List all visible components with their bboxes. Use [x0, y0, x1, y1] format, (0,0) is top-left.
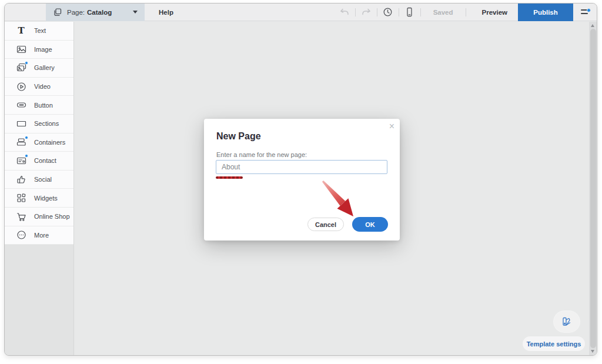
page-selector-value: Catalog: [87, 9, 112, 16]
image-icon: [16, 44, 26, 55]
pages-icon: [53, 8, 62, 17]
toolbar-divider: [420, 8, 421, 16]
cancel-button[interactable]: Cancel: [307, 218, 344, 231]
app-window: Page: Catalog Help: [4, 3, 597, 356]
publish-button[interactable]: Publish: [518, 4, 573, 21]
sidebar-item-online-shop[interactable]: Online Shop: [5, 208, 73, 226]
video-icon: [16, 81, 26, 92]
sidebar-item-gallery[interactable]: Gallery: [5, 59, 73, 78]
notification-dot: [587, 8, 591, 12]
element-sidebar: T Text Image: [5, 22, 74, 355]
undo-icon[interactable]: [339, 7, 350, 18]
sidebar-item-contact[interactable]: Contact: [5, 152, 73, 171]
button-icon: [16, 100, 26, 111]
page-selector-prefix: Page:: [67, 9, 85, 16]
sidebar-item-more[interactable]: More: [5, 226, 73, 245]
sidebar-item-social[interactable]: Social: [5, 171, 73, 189]
page-selector-dropdown[interactable]: Page: Catalog: [46, 4, 145, 21]
containers-icon: [16, 137, 26, 148]
mobile-preview-icon[interactable]: [404, 7, 415, 18]
preview-button[interactable]: Preview: [482, 9, 507, 16]
contact-icon: [16, 155, 26, 166]
vertical-scrollbar[interactable]: [589, 22, 597, 355]
palette-icon: [561, 316, 572, 327]
template-settings-button[interactable]: Template settings: [523, 336, 585, 351]
gallery-icon: [16, 62, 26, 73]
chevron-down-icon: [133, 11, 138, 14]
sections-icon: [16, 118, 26, 129]
dialog-title: New Page: [216, 131, 261, 142]
toolbar-divider: [399, 8, 399, 16]
dialog-button-row: Cancel OK: [307, 217, 388, 232]
scrollbar-thumb[interactable]: [590, 29, 596, 348]
sidebar-item-text[interactable]: T Text: [5, 22, 73, 41]
menu-settings-icon[interactable]: [580, 8, 591, 17]
new-badge: [25, 154, 28, 158]
red-underline-annotation: [216, 176, 243, 179]
toolbar-right-group: Saved Preview Publish: [339, 4, 597, 21]
ok-button[interactable]: OK: [352, 217, 388, 232]
new-page-name-input[interactable]: [216, 160, 387, 174]
text-icon: T: [16, 25, 26, 36]
page-name-label: Enter a name for the new page:: [216, 151, 307, 158]
toolbar-divider: [466, 8, 466, 16]
toolbar: Page: Catalog Help: [5, 4, 597, 21]
history-icon[interactable]: [383, 7, 393, 18]
template-style-button[interactable]: [554, 311, 580, 332]
sidebar-item-image[interactable]: Image: [5, 41, 73, 59]
new-badge: [25, 136, 28, 139]
toolbar-divider: [355, 8, 356, 16]
shopping-cart-icon: [16, 211, 26, 222]
save-status: Saved: [433, 9, 453, 16]
redo-icon[interactable]: [361, 7, 372, 18]
new-badge: [25, 61, 28, 65]
sidebar-item-sections[interactable]: Sections: [5, 115, 73, 133]
widgets-icon: [16, 193, 26, 203]
help-menu[interactable]: Help: [159, 9, 173, 16]
toolbar-divider: [377, 8, 377, 16]
scroll-down-icon[interactable]: [591, 350, 594, 353]
sidebar-item-video[interactable]: Video: [5, 78, 73, 96]
new-page-dialog: × New Page Enter a name for the new page…: [204, 119, 400, 241]
sidebar-item-containers[interactable]: Containers: [5, 133, 73, 152]
close-icon[interactable]: ×: [389, 121, 394, 132]
sidebar-item-button[interactable]: Button: [5, 96, 73, 115]
thumbs-up-icon: [16, 174, 26, 185]
scroll-up-icon[interactable]: [591, 24, 594, 27]
sidebar-item-widgets[interactable]: Widgets: [5, 189, 73, 208]
more-icon: [16, 230, 26, 241]
